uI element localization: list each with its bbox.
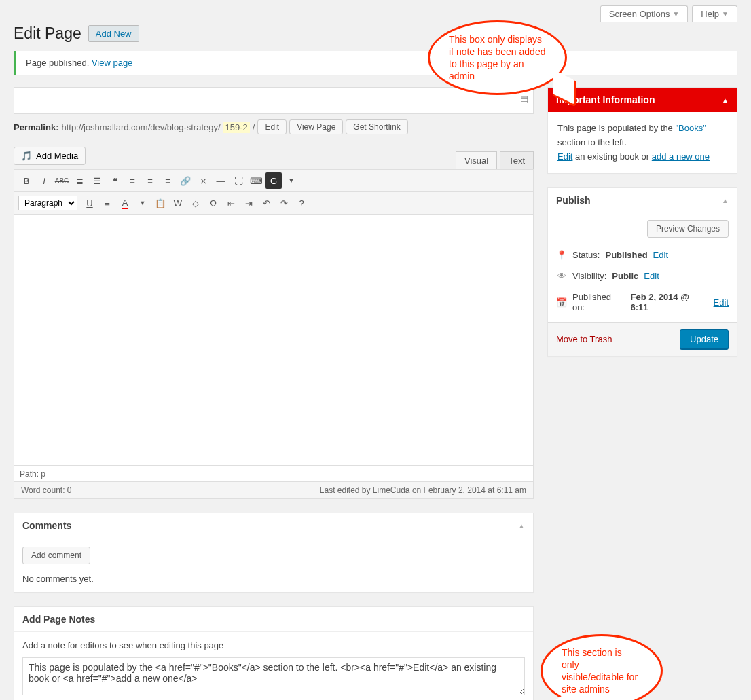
preview-changes-button[interactable]: Preview Changes [647, 220, 729, 238]
permalink-url-base: http://joshmallard.com/dev/blog-strategy… [61, 122, 220, 132]
important-text-3: an existing book or [572, 151, 651, 162]
publish-notice: Page published. View page [14, 51, 737, 75]
important-text-1: This page is populated by the [557, 123, 675, 133]
page-notes-textarea[interactable]: This page is populated by the <a href="#… [22, 657, 525, 695]
view-page-link[interactable]: View page [92, 58, 132, 68]
align-center-icon[interactable]: ≡ [142, 172, 158, 189]
eye-icon: 👁 [556, 271, 567, 281]
chevron-down-icon: ▼ [672, 10, 679, 18]
page-notes-header[interactable]: Add Page Notes [14, 607, 533, 632]
important-info-header[interactable]: Important Information ▲ [548, 88, 737, 112]
screen-options-tab[interactable]: Screen Options ▼ [600, 5, 689, 22]
redo-icon[interactable]: ↷ [276, 195, 292, 211]
status-label: Status: [572, 250, 600, 260]
unlink-icon[interactable]: ⤫ [195, 172, 211, 189]
editor-toolbar-row-1: B I ABC ≣ ☰ ❝ ≡ ≡ ≡ 🔗 ⤫ ― ⛶ ⌨ G ▼ [14, 169, 534, 192]
chevron-down-icon[interactable]: ▼ [134, 195, 151, 211]
fullscreen-icon[interactable]: ⛶ [230, 172, 246, 189]
get-shortlink-button[interactable]: Get Shortlink [346, 119, 407, 134]
italic-icon[interactable]: I [36, 172, 52, 189]
chevron-down-icon: ▼ [722, 10, 729, 18]
word-count: Word count: 0 [21, 485, 71, 495]
align-left-icon[interactable]: ≡ [124, 172, 141, 189]
permalink-trail: / [253, 122, 255, 132]
more-icon[interactable]: ― [213, 172, 229, 189]
page-title: Edit Page [14, 24, 81, 43]
annotation-text-2: This section is only visible/editable fo… [562, 646, 642, 696]
pin-icon: 📍 [556, 250, 567, 260]
camera-icon: 🎵 [21, 151, 32, 161]
document-icon: ▤ [520, 94, 528, 104]
bulleted-list-icon[interactable]: ≣ [71, 172, 88, 189]
paste-word-icon[interactable]: W [170, 195, 186, 211]
g-icon[interactable]: G [265, 172, 282, 189]
add-new-button[interactable]: Add New [88, 25, 139, 42]
annotation-bubble-1: This box only displays if note has been … [428, 20, 567, 95]
important-info-body: This page is populated by the "Books" se… [548, 112, 737, 173]
comments-empty-text: No comments yet. [22, 574, 525, 584]
editor-toolbar-row-2: Paragraph U ≡ A ▼ 📋 W ◇ Ω ⇤ ⇥ ↶ ↷ ? [14, 192, 534, 215]
permalink-edit-button[interactable]: Edit [257, 119, 287, 134]
permalink-view-page-button[interactable]: View Page [289, 119, 343, 134]
visibility-label: Visibility: [572, 271, 606, 281]
chevron-down-icon[interactable]: ▼ [283, 172, 299, 189]
important-text-2: section to the left. [557, 137, 627, 147]
permalink-label: Permalink: [14, 122, 58, 132]
help-tab[interactable]: Help ▼ [692, 5, 737, 22]
undo-icon[interactable]: ↶ [258, 195, 274, 211]
update-button[interactable]: Update [680, 329, 729, 349]
link-icon[interactable]: 🔗 [177, 172, 194, 189]
keyboard-icon[interactable]: ⌨ [248, 172, 264, 189]
comments-title: Comments [22, 520, 71, 531]
align-justify-icon[interactable]: ≡ [99, 195, 115, 211]
annotation-bubble-2: This section is only visible/editable fo… [541, 634, 663, 700]
outdent-icon[interactable]: ⇤ [223, 195, 239, 211]
triangle-up-icon: ▲ [722, 96, 729, 104]
status-edit-link[interactable]: Edit [653, 250, 668, 260]
permalink-slug[interactable]: 159-2 [223, 122, 250, 133]
comments-box-header[interactable]: Comments ▲ [14, 513, 533, 538]
tab-text[interactable]: Text [500, 151, 534, 169]
align-right-icon[interactable]: ≡ [160, 172, 176, 189]
editor-path: Path: p [14, 466, 534, 482]
publish-title: Publish [556, 195, 591, 206]
add-new-book-link[interactable]: add a new one [652, 151, 710, 162]
edit-book-link[interactable]: Edit [557, 151, 572, 162]
annotation-text-1: This box only displays if note has been … [449, 33, 546, 83]
format-select[interactable]: Paragraph [18, 196, 77, 210]
help-label: Help [701, 9, 719, 19]
published-edit-link[interactable]: Edit [714, 297, 729, 308]
published-value: Feb 2, 2014 @ 6:11 [630, 292, 708, 312]
publish-box-header[interactable]: Publish ▲ [548, 188, 737, 213]
triangle-up-icon: ▲ [722, 197, 729, 204]
screen-options-label: Screen Options [609, 9, 670, 19]
tab-visual[interactable]: Visual [456, 151, 497, 169]
special-char-icon[interactable]: Ω [205, 195, 221, 211]
bold-icon[interactable]: B [18, 172, 35, 189]
books-link[interactable]: "Books" [675, 123, 706, 133]
underline-icon[interactable]: U [81, 195, 98, 211]
visibility-edit-link[interactable]: Edit [644, 271, 659, 281]
page-notes-title: Add Page Notes [22, 614, 95, 625]
strikethrough-icon[interactable]: ABC [54, 172, 70, 189]
triangle-up-icon: ▲ [518, 522, 525, 530]
post-title-input[interactable] [14, 87, 534, 114]
blockquote-icon[interactable]: ❝ [107, 172, 123, 189]
add-media-button[interactable]: 🎵 Add Media [14, 147, 86, 165]
permalink-row: Permalink: http://joshmallard.com/dev/bl… [14, 119, 534, 134]
paste-text-icon[interactable]: 📋 [152, 195, 168, 211]
notice-text: Page published. [26, 58, 89, 68]
help-icon[interactable]: ? [293, 195, 310, 211]
numbered-list-icon[interactable]: ☰ [89, 172, 105, 189]
published-label: Published on: [572, 292, 625, 312]
eraser-icon[interactable]: ◇ [187, 195, 204, 211]
page-notes-help: Add a note for editors to see when editi… [22, 640, 525, 650]
move-to-trash-link[interactable]: Move to Trash [556, 334, 612, 344]
indent-icon[interactable]: ⇥ [240, 195, 257, 211]
editor-content-area[interactable] [14, 215, 534, 466]
add-comment-button[interactable]: Add comment [22, 547, 90, 564]
add-media-label: Add Media [36, 151, 78, 161]
text-color-icon[interactable]: A [117, 195, 133, 211]
last-edited: Last edited by LimeCuda on February 2, 2… [320, 485, 526, 495]
calendar-icon: 📅 [556, 297, 567, 308]
